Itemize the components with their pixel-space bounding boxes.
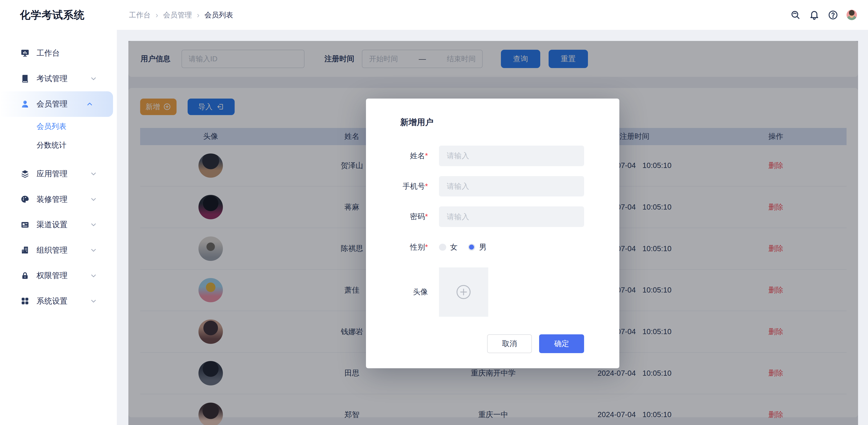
settings-icon bbox=[21, 297, 29, 305]
phone-label: 手机号 bbox=[403, 182, 425, 190]
sidebar-item-system-settings[interactable]: 系统设置 bbox=[0, 289, 117, 314]
phone-input[interactable] bbox=[439, 176, 584, 197]
topbar-actions bbox=[790, 9, 868, 21]
password-input[interactable] bbox=[439, 206, 584, 227]
app-root: 化学考试系统 工作台 › 会员管理 › 会员列表 工作台 bbox=[0, 0, 868, 425]
search-icon[interactable] bbox=[790, 9, 801, 21]
chevron-down-icon bbox=[90, 75, 97, 82]
form-row-name: 姓名* bbox=[366, 146, 620, 166]
name-input[interactable] bbox=[439, 146, 584, 166]
sidebar-item-label: 装修管理 bbox=[37, 194, 90, 205]
channel-icon bbox=[21, 220, 29, 229]
sidebar-submenu: 会员列表 分数统计 bbox=[0, 117, 117, 155]
chevron-down-icon bbox=[90, 171, 97, 177]
help-icon[interactable] bbox=[828, 9, 839, 21]
required-mark: * bbox=[425, 151, 428, 160]
sidebar-item-app-mgmt[interactable]: 应用管理 bbox=[0, 161, 117, 187]
required-mark: * bbox=[425, 243, 428, 251]
chevron-down-icon bbox=[90, 221, 97, 228]
breadcrumb-item[interactable]: 会员管理 bbox=[163, 10, 192, 20]
radio-female[interactable]: 女 bbox=[439, 242, 458, 252]
palette-icon bbox=[21, 195, 29, 204]
sidebar-item-label: 应用管理 bbox=[37, 169, 90, 179]
sidebar-item-permission-mgmt[interactable]: 权限管理 bbox=[0, 263, 117, 289]
breadcrumb-item[interactable]: 工作台 bbox=[129, 10, 151, 20]
modal-title: 新增用户 bbox=[366, 98, 620, 128]
book-icon bbox=[21, 74, 29, 83]
sidebar-item-decor-mgmt[interactable]: 装修管理 bbox=[0, 186, 117, 212]
breadcrumb-separator: › bbox=[156, 11, 158, 20]
radio-male[interactable]: 男 bbox=[468, 242, 487, 252]
avatar-upload-box[interactable] bbox=[439, 267, 488, 317]
radio-circle-checked bbox=[468, 244, 475, 251]
dashboard-icon bbox=[21, 49, 29, 57]
gender-label: 性别 bbox=[410, 243, 425, 251]
chevron-down-icon bbox=[90, 247, 97, 253]
sidebar-item-label: 会员管理 bbox=[37, 99, 86, 109]
male-label: 男 bbox=[479, 242, 487, 252]
sidebar-item-label: 渠道设置 bbox=[37, 219, 90, 230]
breadcrumb-current: 会员列表 bbox=[204, 10, 233, 20]
sidebar-item-workbench[interactable]: 工作台 bbox=[0, 40, 117, 66]
sidebar-item-member-list[interactable]: 会员列表 bbox=[0, 117, 117, 135]
bell-icon[interactable] bbox=[809, 9, 820, 21]
sidebar-item-org-mgmt[interactable]: 组织管理 bbox=[0, 237, 117, 263]
modal-footer: 取消 确定 bbox=[366, 334, 620, 353]
name-label: 姓名 bbox=[410, 151, 425, 160]
required-mark: * bbox=[425, 212, 428, 221]
confirm-button[interactable]: 确定 bbox=[539, 334, 584, 353]
form-row-avatar: 头像 bbox=[366, 267, 620, 317]
chevron-down-icon bbox=[90, 272, 97, 279]
sidebar-item-label: 考试管理 bbox=[37, 73, 90, 84]
top-bar: 化学考试系统 工作台 › 会员管理 › 会员列表 bbox=[0, 0, 868, 30]
gender-radio-group: 女 男 bbox=[439, 242, 487, 252]
sidebar-item-member-mgmt[interactable]: 会员管理 bbox=[0, 91, 113, 117]
cancel-button[interactable]: 取消 bbox=[487, 334, 532, 353]
sidebar-item-label: 工作台 bbox=[37, 48, 117, 58]
breadcrumb-separator: › bbox=[197, 11, 199, 20]
chevron-up-icon bbox=[86, 101, 93, 108]
breadcrumb: 工作台 › 会员管理 › 会员列表 bbox=[129, 10, 233, 20]
avatar-label: 头像 bbox=[366, 287, 428, 297]
app-title: 化学考试系统 bbox=[0, 8, 117, 22]
layers-icon bbox=[21, 169, 29, 178]
chevron-down-icon bbox=[90, 298, 97, 304]
radio-circle-unchecked bbox=[439, 244, 446, 251]
password-label: 密码 bbox=[410, 212, 425, 221]
lock-icon bbox=[21, 271, 29, 280]
form-row-gender: 性别* 女 男 bbox=[366, 237, 620, 257]
sidebar-item-exam-mgmt[interactable]: 考试管理 bbox=[0, 66, 117, 91]
sidebar-item-label: 权限管理 bbox=[37, 270, 90, 281]
add-user-modal: 新增用户 姓名* 手机号* 密码* 性别* 女 男 bbox=[366, 98, 620, 368]
member-icon bbox=[21, 100, 29, 109]
plus-circle-icon bbox=[455, 284, 472, 300]
sidebar-item-label: 组织管理 bbox=[37, 245, 90, 255]
female-label: 女 bbox=[450, 242, 458, 252]
chevron-down-icon bbox=[90, 196, 97, 203]
form-row-phone: 手机号* bbox=[366, 176, 620, 197]
user-avatar[interactable] bbox=[846, 10, 857, 20]
sidebar: 工作台 考试管理 会员管理 会员列表 分数统计 bbox=[0, 30, 117, 425]
sidebar-item-label: 系统设置 bbox=[37, 296, 90, 306]
form-row-password: 密码* bbox=[366, 206, 620, 227]
org-icon bbox=[21, 246, 29, 254]
sidebar-item-channel-settings[interactable]: 渠道设置 bbox=[0, 212, 117, 238]
required-mark: * bbox=[425, 182, 428, 190]
sidebar-item-score-stats[interactable]: 分数统计 bbox=[0, 135, 117, 154]
